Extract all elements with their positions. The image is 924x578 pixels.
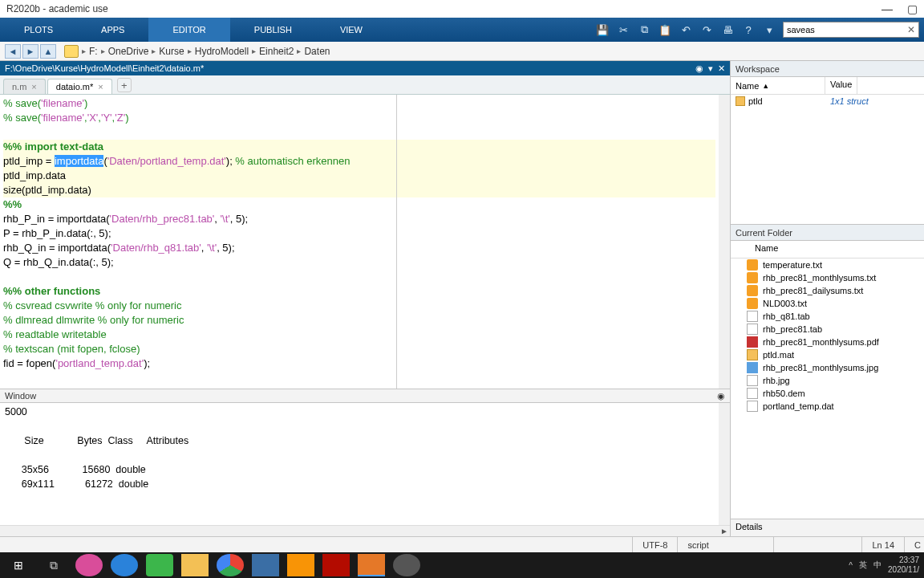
ime-icon[interactable]: 中	[873, 560, 881, 571]
dock-icon[interactable]: ◉	[695, 63, 703, 74]
file-NLD003.txt[interactable]: NLD003.txt	[731, 297, 924, 310]
window-titlebar: R2020b - academic use — ▢	[0, 0, 924, 18]
ime-icon[interactable]: 英	[859, 560, 867, 571]
file-name: rhb.jpg	[763, 376, 790, 385]
file-rhb.jpg[interactable]: rhb.jpg	[731, 374, 924, 387]
chevron-icon: ▸	[188, 47, 192, 55]
file-name: rhb_prec81_dailysums.txt	[763, 286, 863, 295]
file-ptld.mat[interactable]: ptld.mat	[731, 348, 924, 361]
chevron-icon: ▸	[101, 47, 105, 55]
file-icon	[747, 349, 758, 360]
workspace-title: Workspace	[731, 61, 924, 77]
details-pane[interactable]: Details	[731, 519, 924, 536]
command-window[interactable]: 5000 Size Bytes Class Attributes 35x56 1…	[0, 403, 730, 525]
system-clock[interactable]: 23:37 2020/11/	[888, 556, 919, 575]
code-editor[interactable]: ▲▼ % save('filename') % save('filename',…	[0, 95, 730, 389]
file-tab-nm[interactable]: n.m ×	[3, 79, 46, 94]
status-line: Ln 14	[861, 537, 904, 552]
bc-drive[interactable]: F:	[89, 46, 98, 57]
dropdown-icon[interactable]: ▾	[762, 22, 776, 37]
clear-search-icon[interactable]: ✕	[907, 24, 915, 35]
file-icon	[747, 362, 758, 373]
search-docs-input[interactable]: saveas ✕	[783, 22, 919, 38]
chrome-icon[interactable]	[217, 554, 244, 576]
sublime-icon[interactable]	[287, 554, 314, 576]
tab-plots[interactable]: PLOTS	[0, 18, 77, 42]
maximize-button[interactable]: ▢	[907, 2, 918, 15]
copy-icon[interactable]: ⧉	[637, 22, 651, 37]
file-rhb_prec81.tab[interactable]: rhb_prec81.tab	[731, 323, 924, 336]
help-icon[interactable]: ?	[741, 22, 756, 37]
bc-seg[interactable]: HydroModell	[195, 46, 249, 57]
close-pane-icon[interactable]: ✕	[718, 63, 725, 74]
wechat-icon[interactable]	[146, 554, 173, 576]
matlab-icon[interactable]	[358, 554, 385, 576]
file-name: ptld.mat	[763, 350, 794, 360]
new-tab-button[interactable]: +	[117, 78, 132, 92]
bc-seg[interactable]: Kurse	[159, 46, 184, 57]
file-rhb_prec81_monthlysums.jpg[interactable]: rhb_prec81_monthlysums.jpg	[731, 361, 924, 374]
status-encoding: UTF-8	[632, 537, 677, 552]
back-button[interactable]: ◄	[5, 44, 21, 59]
workspace-var-ptld[interactable]: ptld 1x1 struct	[731, 95, 924, 108]
command-window-hscroll[interactable]: ►	[0, 525, 730, 536]
bc-seg[interactable]: Daten	[304, 46, 330, 57]
tab-editor[interactable]: EDITOR	[148, 18, 229, 42]
minimize-button[interactable]: —	[881, 2, 893, 15]
paste-icon[interactable]: 📋	[658, 22, 672, 37]
acrobat-icon[interactable]	[322, 554, 350, 576]
app-icon[interactable]	[252, 554, 279, 576]
file-icon	[747, 259, 758, 271]
file-icon	[747, 375, 758, 386]
status-bar: UTF-8 script Ln 14 C	[0, 536, 924, 552]
file-rhb_prec81_monthlysums.txt[interactable]: rhb_prec81_monthlysums.txt	[731, 271, 924, 284]
file-rhb_q81.tab[interactable]: rhb_q81.tab	[731, 310, 924, 323]
bc-seg[interactable]: Einheit2	[259, 46, 294, 57]
file-rhb_prec81_monthlysums.pdf[interactable]: rhb_prec81_monthlysums.pdf	[731, 336, 924, 348]
tab-publish[interactable]: PUBLISH	[230, 18, 316, 42]
ws-col-value[interactable]: Value	[825, 77, 857, 94]
app-icon[interactable]	[111, 554, 138, 576]
undo-icon[interactable]: ↶	[679, 22, 693, 37]
chevron-icon: ▸	[252, 47, 256, 55]
close-tab-icon[interactable]: ×	[98, 82, 103, 92]
save-icon[interactable]: 💾	[595, 22, 610, 37]
start-button[interactable]: ⊞	[5, 554, 32, 576]
tab-view[interactable]: VIEW	[316, 18, 387, 42]
editor-path: F:\OneDrive\Kurse\HydroModell\Einheit2\d…	[5, 63, 204, 73]
command-window-title: Window ◉	[0, 389, 730, 403]
cf-col-name[interactable]: Name	[731, 241, 924, 258]
struct-icon	[736, 96, 745, 106]
bc-seg[interactable]: OneDrive	[108, 46, 149, 57]
current-folder-panel: temperature.txtrhb_prec81_monthlysums.tx…	[731, 258, 924, 519]
redo-icon[interactable]: ↷	[699, 22, 714, 37]
cut-icon[interactable]: ✂	[616, 22, 630, 37]
window-title: R2020b - academic use	[6, 3, 108, 14]
file-name: rhb_prec81.tab	[763, 324, 822, 334]
file-tab-dataio[interactable]: dataio.m* ×	[47, 79, 112, 94]
margin-line	[396, 95, 397, 389]
file-name: rhb50.dem	[763, 389, 805, 398]
minimize-pane-icon[interactable]: ▾	[708, 63, 713, 74]
workspace-panel: Name▲ Value ptld 1x1 struct	[731, 77, 924, 225]
up-button[interactable]: ▲	[40, 44, 56, 59]
tray-up-icon[interactable]: ^	[849, 561, 853, 570]
file-rhb_prec81_dailysums.txt[interactable]: rhb_prec81_dailysums.txt	[731, 284, 924, 297]
ws-col-name[interactable]: Name▲	[731, 77, 825, 94]
file-name: portland_temp.dat	[763, 401, 834, 411]
editor-titlebar: F:\OneDrive\Kurse\HydroModell\Einheit2\d…	[0, 61, 730, 75]
app-icon[interactable]	[75, 554, 103, 576]
file-rhb50.dem[interactable]: rhb50.dem	[731, 387, 924, 400]
close-tab-icon[interactable]: ×	[31, 82, 36, 92]
tab-apps[interactable]: APPS	[77, 18, 148, 42]
editor-scrollbar[interactable]: ▲▼	[719, 95, 730, 389]
forward-button[interactable]: ►	[22, 44, 38, 59]
file-portland_temp.dat[interactable]: portland_temp.dat	[731, 400, 924, 413]
file-temperature.txt[interactable]: temperature.txt	[731, 258, 924, 271]
file-name: rhb_prec81_monthlysums.txt	[763, 273, 876, 283]
app-icon[interactable]	[393, 554, 420, 576]
explorer-icon[interactable]	[181, 554, 209, 576]
dock-icon[interactable]: ◉	[717, 391, 725, 401]
taskview-icon[interactable]: ⧉	[40, 554, 67, 576]
print-icon[interactable]: 🖶	[720, 22, 735, 37]
